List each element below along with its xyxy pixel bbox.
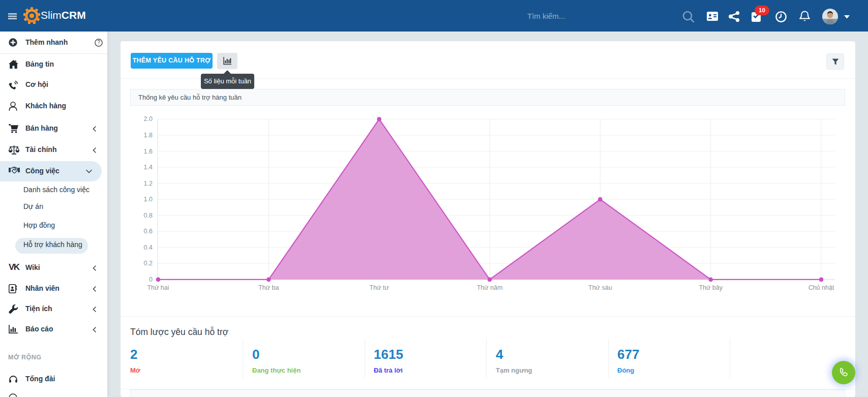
svg-text:1.6: 1.6 <box>144 148 153 155</box>
svg-text:2.0: 2.0 <box>144 115 153 123</box>
svg-text:0.6: 0.6 <box>144 228 153 235</box>
svg-text:0.2: 0.2 <box>144 260 153 267</box>
svg-text:0.4: 0.4 <box>144 244 153 251</box>
svg-text:0: 0 <box>149 276 153 283</box>
svg-text:?: ? <box>97 40 100 45</box>
svg-text:1.4: 1.4 <box>144 164 153 171</box>
svg-text:Chủ nhật: Chủ nhật <box>809 284 834 291</box>
svg-text:0.8: 0.8 <box>144 212 153 219</box>
svg-text:1.8: 1.8 <box>144 132 153 139</box>
svg-text:1.2: 1.2 <box>144 180 153 187</box>
svg-text:Thứ năm: Thứ năm <box>477 284 503 291</box>
svg-text:Thứ hai: Thứ hai <box>147 284 169 291</box>
svg-text:Thứ sáu: Thứ sáu <box>588 284 612 291</box>
svg-text:VK: VK <box>9 263 20 270</box>
svg-text:Thứ tư: Thứ tư <box>370 284 389 291</box>
svg-text:1.0: 1.0 <box>144 196 153 203</box>
svg-text:Thứ bảy: Thứ bảy <box>699 284 723 291</box>
svg-text:Thứ ba: Thứ ba <box>258 284 279 291</box>
